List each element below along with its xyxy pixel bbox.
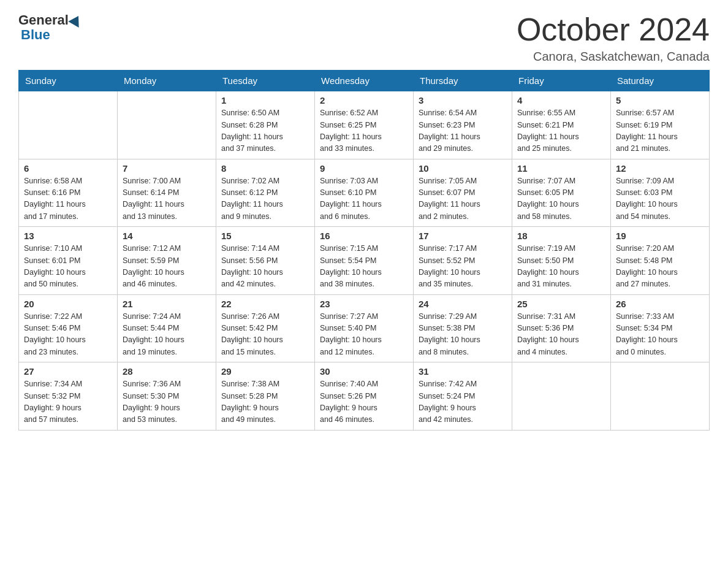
day-number: 14 bbox=[123, 231, 211, 241]
day-info: Sunrise: 7:05 AM Sunset: 6:07 PM Dayligh… bbox=[419, 175, 507, 223]
calendar-cell: 4Sunrise: 6:55 AM Sunset: 6:21 PM Daylig… bbox=[512, 91, 611, 159]
day-number: 24 bbox=[419, 299, 507, 309]
day-info: Sunrise: 7:33 AM Sunset: 5:34 PM Dayligh… bbox=[616, 311, 704, 359]
logo: General Blue bbox=[18, 12, 83, 43]
calendar-table: SundayMondayTuesdayWednesdayThursdayFrid… bbox=[18, 70, 710, 431]
day-number: 6 bbox=[24, 163, 112, 174]
day-info: Sunrise: 6:58 AM Sunset: 6:16 PM Dayligh… bbox=[24, 175, 112, 223]
day-info: Sunrise: 7:07 AM Sunset: 6:05 PM Dayligh… bbox=[517, 175, 605, 223]
day-info: Sunrise: 6:52 AM Sunset: 6:25 PM Dayligh… bbox=[320, 107, 408, 155]
calendar-cell: 20Sunrise: 7:22 AM Sunset: 5:46 PM Dayli… bbox=[19, 294, 118, 362]
day-info: Sunrise: 7:20 AM Sunset: 5:48 PM Dayligh… bbox=[616, 243, 704, 291]
day-info: Sunrise: 7:31 AM Sunset: 5:36 PM Dayligh… bbox=[517, 311, 605, 359]
calendar-cell: 13Sunrise: 7:10 AM Sunset: 6:01 PM Dayli… bbox=[19, 227, 118, 295]
calendar-week-row: 6Sunrise: 6:58 AM Sunset: 6:16 PM Daylig… bbox=[19, 159, 710, 227]
day-number: 17 bbox=[419, 231, 507, 241]
day-number: 5 bbox=[616, 95, 704, 105]
day-info: Sunrise: 7:09 AM Sunset: 6:03 PM Dayligh… bbox=[616, 175, 704, 223]
calendar-cell: 17Sunrise: 7:17 AM Sunset: 5:52 PM Dayli… bbox=[414, 227, 512, 295]
day-info: Sunrise: 7:40 AM Sunset: 5:26 PM Dayligh… bbox=[320, 378, 408, 426]
calendar-week-row: 1Sunrise: 6:50 AM Sunset: 6:28 PM Daylig… bbox=[19, 91, 710, 159]
column-header-thursday: Thursday bbox=[414, 71, 512, 91]
day-number: 25 bbox=[517, 299, 605, 309]
calendar-header-row: SundayMondayTuesdayWednesdayThursdayFrid… bbox=[19, 71, 710, 91]
column-header-tuesday: Tuesday bbox=[216, 71, 315, 91]
day-info: Sunrise: 7:17 AM Sunset: 5:52 PM Dayligh… bbox=[419, 243, 507, 291]
calendar-cell bbox=[611, 362, 710, 431]
day-number: 26 bbox=[616, 299, 704, 309]
calendar-cell: 15Sunrise: 7:14 AM Sunset: 5:56 PM Dayli… bbox=[216, 227, 315, 295]
day-info: Sunrise: 7:24 AM Sunset: 5:44 PM Dayligh… bbox=[123, 311, 211, 359]
day-number: 3 bbox=[419, 95, 507, 105]
calendar-cell: 10Sunrise: 7:05 AM Sunset: 6:07 PM Dayli… bbox=[414, 159, 512, 227]
day-info: Sunrise: 7:15 AM Sunset: 5:54 PM Dayligh… bbox=[320, 243, 408, 291]
day-number: 4 bbox=[517, 95, 605, 105]
calendar-cell: 7Sunrise: 7:00 AM Sunset: 6:14 PM Daylig… bbox=[118, 159, 216, 227]
page-header: General Blue October 2024 Canora, Saskat… bbox=[18, 12, 710, 64]
calendar-cell: 14Sunrise: 7:12 AM Sunset: 5:59 PM Dayli… bbox=[118, 227, 216, 295]
calendar-cell: 12Sunrise: 7:09 AM Sunset: 6:03 PM Dayli… bbox=[611, 159, 710, 227]
day-number: 12 bbox=[616, 163, 704, 174]
day-info: Sunrise: 7:42 AM Sunset: 5:24 PM Dayligh… bbox=[419, 378, 507, 426]
day-info: Sunrise: 7:38 AM Sunset: 5:28 PM Dayligh… bbox=[221, 378, 309, 426]
day-info: Sunrise: 7:34 AM Sunset: 5:32 PM Dayligh… bbox=[24, 378, 112, 426]
day-number: 29 bbox=[221, 366, 309, 377]
day-info: Sunrise: 7:00 AM Sunset: 6:14 PM Dayligh… bbox=[123, 175, 211, 223]
day-info: Sunrise: 7:03 AM Sunset: 6:10 PM Dayligh… bbox=[320, 175, 408, 223]
logo-blue-text: Blue bbox=[21, 27, 50, 43]
calendar-cell: 18Sunrise: 7:19 AM Sunset: 5:50 PM Dayli… bbox=[512, 227, 611, 295]
day-info: Sunrise: 7:29 AM Sunset: 5:38 PM Dayligh… bbox=[419, 311, 507, 359]
calendar-cell: 3Sunrise: 6:54 AM Sunset: 6:23 PM Daylig… bbox=[414, 91, 512, 159]
calendar-cell: 30Sunrise: 7:40 AM Sunset: 5:26 PM Dayli… bbox=[315, 362, 414, 431]
day-number: 16 bbox=[320, 231, 408, 241]
calendar-cell: 28Sunrise: 7:36 AM Sunset: 5:30 PM Dayli… bbox=[118, 362, 216, 431]
day-number: 13 bbox=[24, 231, 112, 241]
calendar-cell: 11Sunrise: 7:07 AM Sunset: 6:05 PM Dayli… bbox=[512, 159, 611, 227]
column-header-wednesday: Wednesday bbox=[315, 71, 414, 91]
calendar-cell: 21Sunrise: 7:24 AM Sunset: 5:44 PM Dayli… bbox=[118, 294, 216, 362]
calendar-cell bbox=[19, 91, 118, 159]
calendar-week-row: 20Sunrise: 7:22 AM Sunset: 5:46 PM Dayli… bbox=[19, 294, 710, 362]
column-header-monday: Monday bbox=[118, 71, 216, 91]
calendar-cell: 9Sunrise: 7:03 AM Sunset: 6:10 PM Daylig… bbox=[315, 159, 414, 227]
calendar-cell: 19Sunrise: 7:20 AM Sunset: 5:48 PM Dayli… bbox=[611, 227, 710, 295]
calendar-cell: 27Sunrise: 7:34 AM Sunset: 5:32 PM Dayli… bbox=[19, 362, 118, 431]
day-number: 18 bbox=[517, 231, 605, 241]
logo-general-text: General bbox=[18, 12, 69, 28]
location-subtitle: Canora, Saskatchewan, Canada bbox=[517, 50, 710, 64]
calendar-cell: 6Sunrise: 6:58 AM Sunset: 6:16 PM Daylig… bbox=[19, 159, 118, 227]
column-header-saturday: Saturday bbox=[611, 71, 710, 91]
day-info: Sunrise: 7:19 AM Sunset: 5:50 PM Dayligh… bbox=[517, 243, 605, 291]
day-number: 7 bbox=[123, 163, 211, 174]
day-info: Sunrise: 7:27 AM Sunset: 5:40 PM Dayligh… bbox=[320, 311, 408, 359]
day-number: 9 bbox=[320, 163, 408, 174]
calendar-cell: 25Sunrise: 7:31 AM Sunset: 5:36 PM Dayli… bbox=[512, 294, 611, 362]
calendar-week-row: 27Sunrise: 7:34 AM Sunset: 5:32 PM Dayli… bbox=[19, 362, 710, 431]
day-number: 11 bbox=[517, 163, 605, 174]
logo-arrow-icon bbox=[68, 13, 83, 28]
day-info: Sunrise: 6:57 AM Sunset: 6:19 PM Dayligh… bbox=[616, 107, 704, 155]
day-info: Sunrise: 6:50 AM Sunset: 6:28 PM Dayligh… bbox=[221, 107, 309, 155]
day-number: 2 bbox=[320, 95, 408, 105]
day-number: 23 bbox=[320, 299, 408, 309]
day-number: 19 bbox=[616, 231, 704, 241]
day-number: 8 bbox=[221, 163, 309, 174]
day-number: 27 bbox=[24, 366, 112, 377]
day-info: Sunrise: 7:22 AM Sunset: 5:46 PM Dayligh… bbox=[24, 311, 112, 359]
calendar-cell bbox=[512, 362, 611, 431]
day-info: Sunrise: 7:12 AM Sunset: 5:59 PM Dayligh… bbox=[123, 243, 211, 291]
column-header-friday: Friday bbox=[512, 71, 611, 91]
day-number: 20 bbox=[24, 299, 112, 309]
day-number: 31 bbox=[419, 366, 507, 377]
day-number: 21 bbox=[123, 299, 211, 309]
calendar-cell: 26Sunrise: 7:33 AM Sunset: 5:34 PM Dayli… bbox=[611, 294, 710, 362]
column-header-sunday: Sunday bbox=[19, 71, 118, 91]
day-info: Sunrise: 6:54 AM Sunset: 6:23 PM Dayligh… bbox=[419, 107, 507, 155]
day-number: 22 bbox=[221, 299, 309, 309]
calendar-cell: 31Sunrise: 7:42 AM Sunset: 5:24 PM Dayli… bbox=[414, 362, 512, 431]
day-info: Sunrise: 7:26 AM Sunset: 5:42 PM Dayligh… bbox=[221, 311, 309, 359]
calendar-week-row: 13Sunrise: 7:10 AM Sunset: 6:01 PM Dayli… bbox=[19, 227, 710, 295]
calendar-cell: 22Sunrise: 7:26 AM Sunset: 5:42 PM Dayli… bbox=[216, 294, 315, 362]
day-number: 10 bbox=[419, 163, 507, 174]
calendar-cell bbox=[118, 91, 216, 159]
